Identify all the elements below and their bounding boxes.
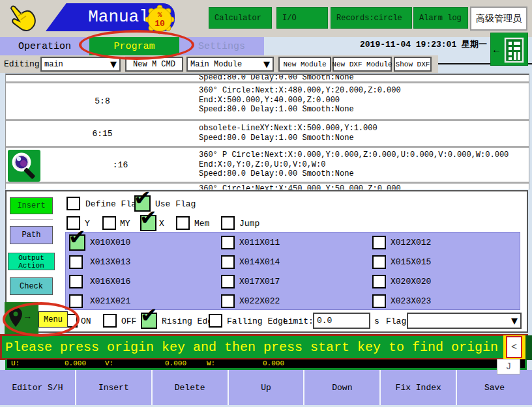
admin-label: 高级管理员 (476, 13, 522, 25)
x010-label: X010X010 (90, 238, 130, 247)
x022-label: X022X022 (239, 296, 280, 306)
checkbox-x014[interactable]: ✔ (221, 255, 235, 269)
new-dxf-module-label: New DXF Module (332, 61, 392, 68)
define-flag-label: Define Flag (85, 199, 141, 209)
show-dxf-button[interactable]: Show DXF (394, 57, 432, 72)
w-label: W: (207, 359, 215, 367)
checkbox-x013[interactable]: ✔ (69, 255, 83, 269)
banner-collapse-button[interactable]: < (506, 336, 522, 358)
x012-label: X012X012 (391, 238, 431, 247)
list-row-partial-bottom[interactable]: 360° Circle:Next:X:450.000,Y:50.000,Z:0.… (6, 184, 529, 189)
output-action-button[interactable]: Output Action (8, 253, 55, 270)
insert-button[interactable]: Insert (76, 370, 151, 405)
keyboard-toggle-button[interactable]: ← (490, 33, 528, 66)
new-dxf-module-button[interactable]: New DXF Module (332, 57, 392, 72)
checkbox-jump[interactable]: ✔ (221, 216, 235, 230)
checkbox-x016[interactable]: ✔ (69, 275, 83, 288)
checkbox-x012[interactable]: ✔ (372, 236, 386, 249)
x016-label: X016X016 (90, 277, 130, 287)
magnifier-icon[interactable] (8, 150, 40, 182)
checkbox-x011[interactable]: ✔ (221, 236, 235, 249)
io-button[interactable]: I/O (276, 7, 328, 29)
flag-select[interactable]: ▼ (407, 313, 522, 329)
tab-settings[interactable]: Settings (179, 37, 264, 55)
on-label: ON (81, 316, 91, 326)
mem-label: Mem (194, 219, 209, 229)
checkbox-x015[interactable]: ✔ (372, 255, 386, 269)
list-row-partial-top[interactable]: Speed:80.0 Delay:0.00 Smooth:None (6, 75, 529, 83)
editing-module-select[interactable]: main ▼ (40, 57, 121, 72)
down-label: Down (332, 383, 352, 393)
save-button[interactable]: Save (457, 370, 532, 405)
checkbox-x[interactable]: ✔ (140, 215, 156, 231)
v-label: V: (105, 359, 113, 367)
checkbox-falling-edge[interactable]: ✔ (209, 314, 222, 328)
records-circle-button[interactable]: Records:circle (331, 7, 412, 29)
new-module-button[interactable]: New Module (278, 57, 331, 72)
numpad-icon (504, 37, 525, 63)
editing-label: Editing (4, 59, 40, 69)
list-row-5-8[interactable]: 5:8 360° Circle:Next:X:480.000,Y:20.000,… (6, 83, 529, 121)
checkbox-mem[interactable]: ✔ (176, 216, 190, 230)
program-list: Speed:80.0 Delay:0.00 Smooth:None 5:8 36… (5, 74, 529, 189)
status-banner: Please press origin key and then press s… (0, 334, 528, 360)
checkbox-x017[interactable]: ✔ (221, 275, 235, 288)
editor-sh-button[interactable]: Editor S/H (0, 370, 75, 405)
row-index (6, 75, 199, 81)
u-label: U: (11, 359, 20, 367)
checkbox-rising-edge[interactable]: ✔ (141, 313, 157, 329)
checkbox-x010[interactable]: ✔ (69, 234, 85, 251)
menu-button[interactable]: Menu (38, 311, 68, 328)
checkbox-x022[interactable]: ✔ (221, 294, 235, 308)
row-text: 360° Circle:Next:X:450.000,Y:50.000,Z:0.… (199, 184, 401, 189)
delete-label: Delete (175, 383, 205, 393)
down-button[interactable]: Down (304, 370, 379, 405)
tab-operation-label: Operation (18, 41, 71, 52)
partial-glyph: J (506, 361, 511, 372)
chevron-down-icon-2: ▼ (263, 59, 270, 69)
save-label: Save (484, 383, 505, 393)
checkbox-off[interactable]: ✔ (103, 314, 117, 328)
admin-level-button[interactable]: 高级管理员 (470, 7, 527, 31)
fix-index-button[interactable]: Fix Index (381, 370, 456, 405)
partial-hidden-button: J (497, 359, 520, 374)
up-button[interactable]: Up (229, 370, 304, 405)
speed-percent-coin-icon: % 10 (145, 5, 175, 35)
tab-operation[interactable]: Operation (0, 37, 89, 55)
checkbox-my[interactable]: ✔ (102, 216, 116, 230)
output-action-label: Output Action (8, 254, 54, 270)
check-button[interactable]: Check (10, 277, 53, 295)
w-value: 0.000 (263, 359, 284, 367)
v-value: 0.000 (165, 359, 186, 367)
path-label: Path (22, 231, 41, 240)
origin-pin-button[interactable]: → (5, 302, 38, 334)
editor-sh-label: Editor S/H (12, 383, 63, 393)
delete-button[interactable]: Delete (153, 370, 228, 405)
list-row-6-15[interactable]: 6:15 obsolete-LineXY:Next:X:500.000,Y:1.… (6, 121, 529, 148)
records-label: Records:circle (336, 14, 402, 23)
limit-unit-label: s (374, 316, 379, 326)
x023-label: X023X023 (391, 296, 431, 306)
coordinate-strip: U: 0.000 V: 0.000 W: 0.000 (7, 359, 525, 368)
show-dxf-label: Show DXF (396, 61, 430, 68)
alarm-log-button[interactable]: Alarm log (413, 7, 468, 29)
limit-input[interactable] (313, 313, 370, 329)
main-module-select[interactable]: Main Module ▼ (186, 57, 274, 72)
list-row-16[interactable]: :16 360° P Circle:Next:X:0.000,Y:0.000,Z… (6, 148, 529, 184)
new-m-cmd-label: New M CMD (133, 60, 175, 69)
checkbox-define-flag[interactable]: ✔ (66, 197, 80, 210)
checkbox-x023[interactable]: ✔ (372, 294, 386, 308)
calculator-button[interactable]: Calculator (209, 7, 272, 29)
flag-label: Flag (386, 316, 406, 326)
new-m-cmd-button[interactable]: New M CMD (125, 57, 183, 72)
limit-label: Limit: (283, 316, 314, 326)
tab-program[interactable]: Program (89, 37, 179, 55)
path-button[interactable]: Path (10, 226, 53, 244)
checkbox-x021[interactable]: ✔ (69, 294, 83, 308)
checkbox-x020[interactable]: ✔ (372, 275, 386, 288)
x-label: X (159, 219, 164, 229)
command-editor-panel: Insert Path Output Action Check → Menu ✔… (5, 190, 528, 333)
io-label: I/O (282, 14, 297, 23)
location-pin-icon (6, 305, 25, 329)
insert-mode-button[interactable]: Insert (10, 197, 53, 214)
